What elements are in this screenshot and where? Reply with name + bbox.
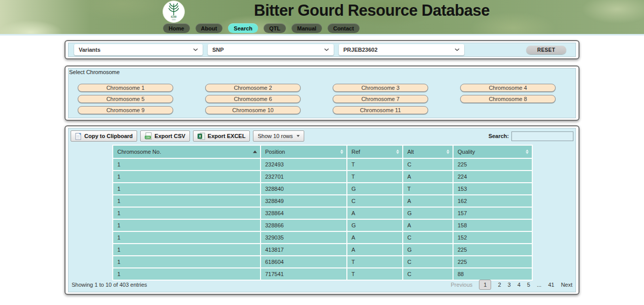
table-cell: 224 — [454, 171, 532, 182]
chromosome-button-5[interactable]: Chromosome 5 — [78, 95, 173, 103]
pagination-page-5[interactable]: 5 — [527, 282, 530, 288]
table-cell: 153 — [454, 183, 532, 194]
table-cell: 1 — [113, 244, 260, 255]
column-header[interactable]: Quality — [454, 146, 532, 158]
chromosome-button-4[interactable]: Chromosome 4 — [460, 84, 556, 92]
table-cell: 1 — [113, 232, 260, 243]
chromosome-grid: Chromosome 1Chromosome 2Chromosome 3Chro… — [78, 84, 556, 114]
table-cell: C — [347, 195, 402, 207]
nav-tab-manual[interactable]: Manual — [292, 23, 322, 33]
chromosome-button-6[interactable]: Chromosome 6 — [205, 95, 301, 103]
pagination-page-41[interactable]: 41 — [548, 282, 554, 288]
project-select[interactable]: PRJEB23602 — [339, 44, 464, 55]
nav-tab-contact[interactable]: Contact — [328, 23, 360, 33]
data-type-select-value: SNP — [212, 47, 224, 53]
nav-tab-home[interactable]: Home — [163, 23, 190, 33]
export-excel-button[interactable]: X Export EXCEL — [193, 130, 250, 142]
table-cell: 1 — [113, 171, 260, 182]
csv-file-icon: CSV — [145, 132, 152, 140]
sort-both-icon — [396, 150, 399, 154]
table-row: 1618604TC225 — [113, 256, 532, 267]
svg-text:X: X — [199, 134, 201, 138]
copy-to-clipboard-button[interactable]: Copy to Clipboard — [71, 130, 137, 142]
chevron-down-icon — [193, 48, 198, 51]
chevron-down-icon — [324, 48, 329, 51]
table-cell: T — [347, 171, 402, 182]
table-cell: 1 — [113, 159, 260, 170]
pagination-next[interactable]: Next — [561, 282, 572, 288]
nav-tab-about[interactable]: About — [196, 23, 223, 33]
pagination-page-2[interactable]: 2 — [498, 282, 501, 288]
table-cell: 717541 — [261, 268, 346, 280]
table-cell: A — [347, 208, 402, 219]
table-cell: G — [347, 220, 402, 231]
variants-select-value: Variants — [79, 47, 101, 53]
pagination-page-...[interactable]: ... — [537, 282, 541, 288]
table-row: 1413817AG225 — [113, 244, 532, 255]
table-cell: 152 — [454, 232, 532, 243]
pagination-page-4[interactable]: 4 — [518, 282, 521, 288]
table-cell: T — [347, 256, 402, 267]
table-cell: 232701 — [261, 171, 346, 182]
table-row: 1232493TC225 — [113, 159, 532, 170]
table-cell: 157 — [454, 208, 532, 219]
variants-select[interactable]: Variants — [74, 44, 203, 55]
column-header[interactable]: Chromosome No. — [113, 146, 260, 158]
pagination-page-1[interactable]: 1 — [479, 280, 491, 290]
table-row: 1328840GT153 — [113, 183, 532, 194]
chromosome-button-8[interactable]: Chromosome 8 — [460, 95, 556, 103]
chromosome-button-9[interactable]: Chromosome 9 — [78, 106, 173, 114]
nav-tab-qtl[interactable]: QTL — [264, 23, 286, 33]
table-cell: 1 — [113, 208, 260, 219]
sort-both-icon — [446, 150, 449, 154]
show-rows-button[interactable]: Show 10 rows — [253, 130, 304, 142]
column-header[interactable]: Position — [261, 146, 346, 158]
table-cell: 328866 — [261, 220, 346, 231]
nav-tab-search[interactable]: Search — [228, 23, 258, 33]
chevron-down-icon — [455, 48, 460, 51]
table-cell: C — [403, 256, 453, 267]
column-header-label: Ref — [351, 149, 360, 155]
pagination-previous[interactable]: Previous — [451, 282, 473, 288]
reset-button[interactable]: RESET — [526, 46, 566, 54]
table-cell: 328864 — [261, 208, 346, 219]
pagination-page-3[interactable]: 3 — [508, 282, 511, 288]
chromosome-button-11[interactable]: Chromosome 11 — [333, 106, 428, 114]
table-row: 1328849CA162 — [113, 195, 532, 207]
table-cell: 328840 — [261, 183, 346, 194]
table-cell: A — [403, 171, 453, 182]
table-cell: A — [403, 195, 453, 207]
table-row: 1328866GA158 — [113, 220, 532, 231]
export-excel-label: Export EXCEL — [208, 133, 246, 139]
clipboard-icon — [75, 132, 82, 140]
results-table: Chromosome No.PositionRefAltQuality 1232… — [112, 145, 533, 281]
chromosome-panel-body: Select Chromosome Chromosome 1Chromosome… — [68, 68, 576, 118]
column-header[interactable]: Ref — [347, 146, 402, 158]
pagination: Previous12345...41Next — [451, 280, 572, 290]
chromosome-button-7[interactable]: Chromosome 7 — [333, 95, 428, 103]
project-select-value: PRJEB23602 — [343, 47, 377, 53]
results-panel-body: Copy to Clipboard CSV Export CSV X — [68, 128, 576, 292]
export-csv-button[interactable]: CSV Export CSV — [140, 130, 190, 142]
table-cell: 232493 — [261, 159, 346, 170]
table-row: 1328864AG157 — [113, 208, 532, 219]
table-cell: 158 — [454, 220, 532, 231]
data-type-select[interactable]: SNP — [208, 44, 334, 55]
chromosome-button-3[interactable]: Chromosome 3 — [333, 84, 428, 92]
chromosome-button-10[interactable]: Chromosome 10 — [205, 106, 301, 114]
table-cell: C — [403, 232, 453, 243]
excel-file-icon: X — [198, 132, 205, 140]
filter-panel: Variants SNP PRJEB23602 RESET — [65, 40, 579, 59]
results-panel: Copy to Clipboard CSV Export CSV X — [65, 125, 579, 295]
chromosome-button-1[interactable]: Chromosome 1 — [78, 84, 173, 92]
table-cell: G — [403, 244, 453, 255]
table-cell: 1 — [113, 220, 260, 231]
copy-to-clipboard-label: Copy to Clipboard — [84, 133, 133, 139]
column-header[interactable]: Alt — [403, 146, 453, 158]
page-title: Bitter Gourd Resource Database — [0, 2, 644, 20]
caret-down-icon — [297, 135, 300, 137]
search-input[interactable] — [511, 131, 573, 141]
table-footer: Showing 1 to 10 of 403 entries Previous1… — [72, 280, 572, 290]
table-cell: 1 — [113, 268, 260, 280]
chromosome-button-2[interactable]: Chromosome 2 — [205, 84, 301, 92]
